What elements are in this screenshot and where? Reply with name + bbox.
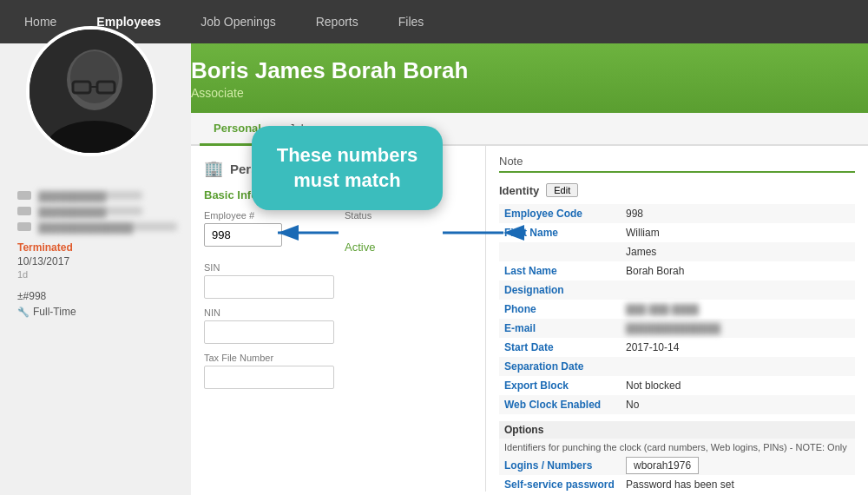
phone-icon (17, 191, 31, 200)
tax-group: Tax File Number (204, 353, 472, 389)
mobile-value: ██████████ (38, 207, 142, 215)
field-label: Last Name (499, 261, 621, 280)
field-value: 2017-10-14 (621, 338, 855, 357)
logins-row: Logins / Numbers wborah1976 (499, 456, 855, 475)
employee-number-badge: ±#998 (17, 290, 191, 302)
employee-type: 🔧 Full-Time (17, 306, 191, 318)
terminated-date: 10/13/2017 (17, 255, 191, 267)
personal-right-panel: Note Identity Edit Employee Code 998 Fir… (486, 146, 868, 492)
field-value: Borah Borah (621, 261, 855, 280)
nin-group: NIN (204, 307, 472, 344)
right-arrow (425, 215, 512, 250)
tooltip-text: These numbers must match (277, 144, 418, 191)
avatar (26, 26, 156, 156)
nin-label: NIN (204, 307, 472, 318)
field-label: Export Block (499, 376, 621, 395)
sidebar-email-row: ██████████████ (17, 222, 191, 231)
panel-icon: 🏢 (204, 159, 223, 178)
field-label: Separation Date (499, 357, 621, 376)
password-value: Password has been set (621, 475, 855, 492)
tax-input[interactable] (204, 366, 334, 389)
phone-value: ██████████ (38, 191, 142, 200)
sidebar-phone-row: ██████████ (17, 191, 191, 200)
notes-bar: Note (499, 155, 855, 173)
field-label (499, 242, 621, 261)
table-row: Phone ███ ███ ████ (499, 300, 855, 319)
field-label: Phone (499, 300, 621, 319)
nav-files[interactable]: Files (391, 10, 431, 33)
field-value: James (621, 242, 855, 261)
email-value: ██████████████ (38, 222, 177, 231)
employee-name: Boris James Borah Borah (191, 57, 468, 84)
tooltip-bubble: These numbers must match (252, 126, 443, 210)
field-value: 998 (621, 204, 855, 223)
employee-title: Associate (191, 86, 468, 100)
field-label: Web Clock Enabled (499, 395, 621, 414)
mobile-icon (17, 207, 31, 215)
svg-point-2 (70, 51, 119, 103)
field-value (621, 357, 855, 376)
field-label: Employee Code (499, 204, 621, 223)
field-value: Not blocked (621, 376, 855, 395)
field-label: First Name (499, 223, 621, 242)
terminated-sub: 1d (17, 269, 191, 280)
field-value: William (621, 223, 855, 242)
email-icon (17, 222, 31, 231)
identity-table: Employee Code 998 First Name William Jam… (499, 204, 855, 414)
table-row: Export Block Not blocked (499, 376, 855, 395)
nav-reports[interactable]: Reports (309, 10, 365, 33)
identity-label: Identity (499, 184, 539, 197)
sin-input[interactable] (204, 275, 334, 299)
logins-box: wborah1976 (626, 457, 699, 474)
nav-home[interactable]: Home (17, 10, 63, 33)
options-note: Identifiers for punching the clock (card… (499, 439, 855, 456)
table-row: Last Name Borah Borah (499, 261, 855, 280)
left-arrow (269, 215, 347, 250)
nin-input[interactable] (204, 320, 334, 344)
table-row: Separation Date (499, 357, 855, 376)
logins-table: Logins / Numbers wborah1976 Self-service… (499, 456, 855, 492)
table-row: Web Clock Enabled No (499, 395, 855, 414)
notes-label: Note (499, 155, 523, 168)
field-value: ██████████████ (621, 319, 855, 338)
top-navigation: Home Employees Job Openings Reports File… (0, 0, 868, 43)
field-value: ███ ███ ████ (621, 300, 855, 319)
field-label: Start Date (499, 338, 621, 357)
password-row: Self-service password Password has been … (499, 475, 855, 492)
wrench-icon: 🔧 (17, 307, 30, 318)
logins-label: Logins / Numbers (499, 456, 621, 475)
nav-job-openings[interactable]: Job Openings (194, 10, 282, 33)
tax-label: Tax File Number (204, 353, 472, 363)
field-value (621, 280, 855, 300)
table-row: Start Date 2017-10-14 (499, 338, 855, 357)
table-row: Employee Code 998 (499, 204, 855, 223)
table-row: E-mail ██████████████ (499, 319, 855, 338)
field-label: E-mail (499, 319, 621, 338)
options-section: Options (499, 421, 855, 439)
sidebar-mobile-row: ██████████ (17, 207, 191, 215)
sin-group: SIN (204, 262, 472, 299)
field-value: No (621, 395, 855, 414)
identity-header: Identity Edit (499, 183, 855, 197)
table-row: Designation (499, 280, 855, 300)
terminated-label: Terminated (17, 241, 191, 254)
sin-label: SIN (204, 262, 472, 273)
table-row: James (499, 242, 855, 261)
password-label: Self-service password (499, 475, 621, 492)
identity-edit-button[interactable]: Edit (546, 183, 578, 197)
logins-value: wborah1976 (621, 456, 855, 475)
table-row: First Name William (499, 223, 855, 242)
field-label: Designation (499, 280, 621, 300)
